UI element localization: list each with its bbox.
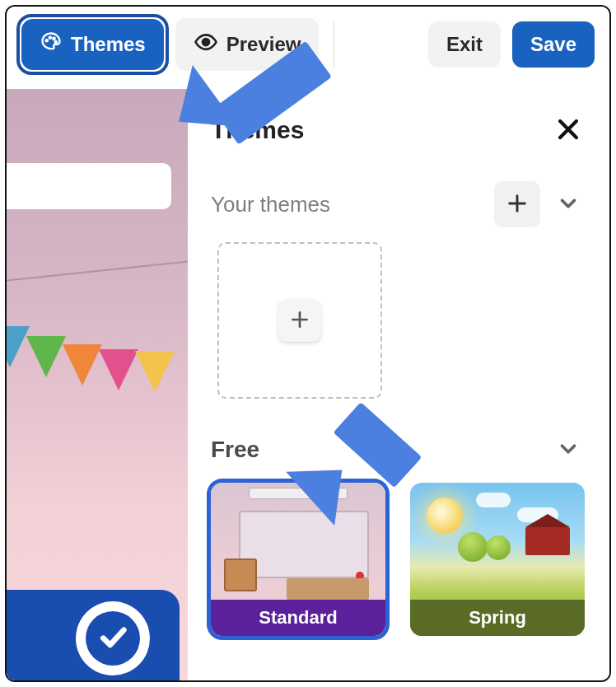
free-theme-grid: Standard Spring <box>211 483 586 636</box>
theme-card-standard[interactable]: Standard <box>211 483 385 636</box>
plus-icon <box>289 309 310 333</box>
svg-point-1 <box>49 37 51 39</box>
app-frame: Themes Preview Exit Save <box>5 5 611 682</box>
svg-point-2 <box>53 38 54 40</box>
toolbar-separator <box>334 21 334 68</box>
theme-label: Spring <box>410 600 585 636</box>
themes-panel: Themes Your themes <box>188 89 609 680</box>
your-themes-collapse[interactable] <box>550 186 586 222</box>
preview-illustration <box>7 89 188 680</box>
free-section-collapse[interactable] <box>550 432 586 468</box>
svg-point-4 <box>203 39 209 45</box>
your-themes-label: Your themes <box>211 192 484 217</box>
palette-icon <box>40 30 63 58</box>
bunting-icon <box>7 320 188 418</box>
eye-icon <box>194 30 218 59</box>
chevron-down-icon <box>556 451 581 464</box>
save-button[interactable]: Save <box>512 21 595 68</box>
panel-title: Themes <box>211 116 304 144</box>
chevron-down-icon <box>556 206 581 218</box>
theme-label: Standard <box>211 600 385 636</box>
new-theme-plus-button[interactable] <box>278 299 321 342</box>
plus-icon <box>506 192 529 217</box>
your-themes-header: Your themes <box>211 181 586 227</box>
themes-button[interactable]: Themes <box>21 19 164 70</box>
themes-button-label: Themes <box>71 33 146 56</box>
add-theme-button[interactable] <box>494 181 540 227</box>
svg-point-0 <box>46 40 48 41</box>
free-section-header: Free <box>211 432 586 468</box>
save-button-label: Save <box>530 33 576 56</box>
exit-button[interactable]: Exit <box>428 21 501 68</box>
preview-button[interactable]: Preview <box>175 18 320 71</box>
svg-point-3 <box>55 41 57 43</box>
free-section-label: Free <box>211 437 540 463</box>
exit-button-label: Exit <box>446 33 483 56</box>
illustration-search-box <box>7 163 171 209</box>
close-button[interactable] <box>550 112 586 148</box>
preview-button-label: Preview <box>226 33 301 56</box>
top-toolbar: Themes Preview Exit Save <box>7 7 609 79</box>
check-circle <box>76 601 150 675</box>
check-icon <box>96 620 129 657</box>
close-icon <box>554 133 582 146</box>
theme-card-spring[interactable]: Spring <box>410 483 585 636</box>
panel-header: Themes <box>211 112 586 148</box>
new-theme-placeholder[interactable] <box>217 242 382 399</box>
